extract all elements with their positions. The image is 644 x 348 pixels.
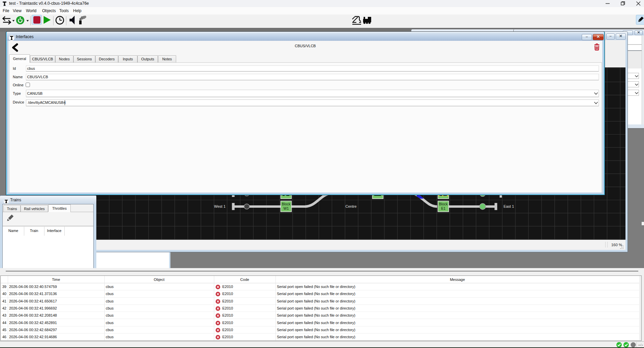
svg-text:W1: W1: [284, 206, 289, 210]
svg-text:Block: Block: [439, 202, 448, 206]
svg-text:E1: E1: [441, 206, 446, 210]
svg-text:East 1: East 1: [504, 204, 514, 208]
svg-text:Block: Block: [282, 202, 291, 206]
svg-text:West 1: West 1: [214, 204, 225, 208]
svg-text:Centre: Centre: [345, 204, 356, 208]
